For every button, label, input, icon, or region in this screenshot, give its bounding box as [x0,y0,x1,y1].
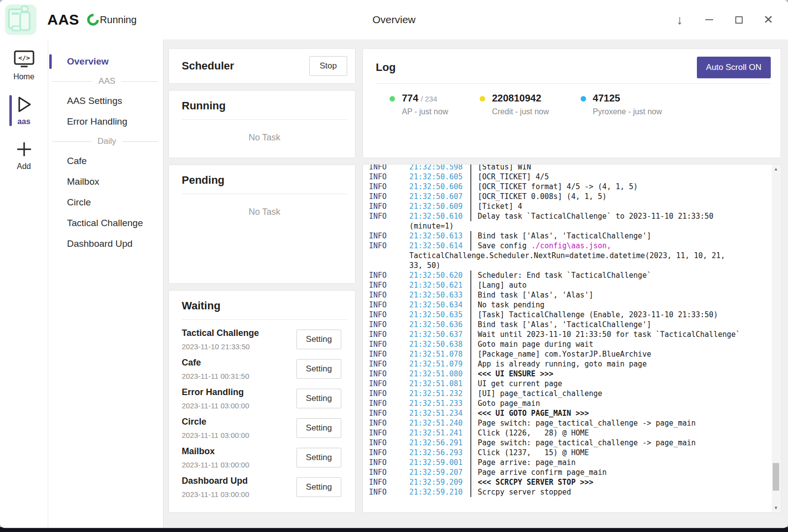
waiting-task-info: Tactical Challenge2023-11-10 21:33:50 [182,328,259,351]
sidebar-item-aas-settings[interactable]: AAS Settings [48,91,163,111]
log-level: INFO [369,320,409,330]
pending-card: Pending No Task [168,165,356,284]
rail-item-aas[interactable]: aas [0,94,48,126]
log-message: Page switch: page_tactical_challenge -> … [470,418,769,428]
sidebar-item-label: Dashboard Upd [67,238,132,249]
log-level: INFO [369,428,409,438]
sidebar-item-circle[interactable]: Circle [48,192,163,213]
log-row: INFO21:32:56.293Click (1237, 15) @ HOME [369,448,769,458]
log-message: Click (1237, 15) @ HOME [470,448,769,458]
waiting-task-row: Cafe2023-11-11 00:31:50Setting [182,354,347,384]
waiting-task-row: Mailbox2023-11-11 03:00:00Setting [182,443,347,472]
task-setting-button[interactable]: Setting [296,448,341,467]
sidebar-item-mailbox[interactable]: Mailbox [48,171,163,192]
task-setting-button[interactable]: Setting [296,477,341,497]
log-level: INFO [369,349,409,359]
stat-suffix: / 234 [421,95,437,103]
sidebar-item-label: Error Handling [67,116,128,127]
log-level: INFO [369,172,409,182]
log-timestamp: 21:32:51.240 [409,418,470,428]
log-text-segment: <<< SCRCPY SERVER STOP >>> [478,478,593,487]
running-title: Running [182,100,347,112]
scroll-down-icon[interactable]: ▼ [772,504,780,512]
svg-text:</>: </> [18,54,30,62]
sidebar-item-label: Cafe [67,156,87,166]
log-timestamp: 21:32:51.078 [409,349,470,359]
log-row: INFO21:32:51.232[UI] page_tactical_chall… [369,389,769,399]
waiting-task-name: Mailbox [182,446,249,457]
log-timestamp: 21:32:59.001 [409,458,470,467]
log-text-segment: Scheduler: End task `TacticalChallenge` [478,271,651,280]
sidebar-item-dashboard-upd[interactable]: Dashboard Upd [48,233,163,254]
stat-value: 220810942 [492,93,549,104]
log-level: INFO [369,270,409,280]
nav-section-divider: Daily [48,132,163,151]
running-spinner-icon [85,11,101,28]
task-setting-button[interactable]: Setting [296,330,341,349]
log-row: INFO21:32:51.080<<< UI ENSURE >>> [369,369,769,379]
log-level: INFO [369,458,409,467]
log-level: INFO [369,310,409,320]
log-timestamp: 21:32:50.633 [409,290,470,300]
log-row: INFO21:32:50.606[OCR_TICKET format] 4/5 … [369,182,769,192]
sidebar-item-label: AAS Settings [67,96,122,106]
log-text-segment: Page switch: page_tactical_challenge -> … [478,438,696,447]
log-row: INFO21:32:59.207Page arrive confirm page… [369,467,769,477]
log-message-continuation: TacticalChallenge.Scheduler.NextRun=date… [409,251,769,261]
sidebar-item-error-handling[interactable]: Error Handling [48,111,163,132]
log-text-segment: Goto main page during wait [478,340,593,349]
log-message: Delay task `TacticalChallenge` to 2023-1… [470,211,769,221]
log-card: Log Auto Scroll ON 774/ 234AP - just now… [362,48,781,158]
log-timestamp: 21:32:59.207 [409,467,470,477]
log-level: INFO [369,192,409,201]
sidebar-item-cafe[interactable]: Cafe [48,151,163,171]
task-setting-button[interactable]: Setting [296,418,341,438]
rail-item-label: Home [13,72,34,81]
log-text-segment: [Ticket] 4 [478,202,522,211]
active-indicator [49,54,52,69]
log-message: Save config ./config\aas.json, [470,241,769,251]
log-text-segment: [Task] TacticalChallenge (Enable, 2023-1… [478,310,718,319]
minimize-button[interactable] [703,14,715,26]
task-setting-button[interactable]: Setting [296,389,341,408]
log-scrollbar[interactable]: ▲ ▼ [772,165,780,512]
sidebar-item-tactical-challenge[interactable]: Tactical Challenge [48,213,163,233]
log-message: [Status] WIN [470,164,769,172]
stat-dot-icon [581,96,586,101]
log-level: INFO [369,164,409,172]
stat-body: 220810942Credit - just now [492,93,549,116]
task-setting-button[interactable]: Setting [296,359,341,379]
log-level: INFO [369,330,409,339]
log-timestamp: 21:32:50.607 [409,192,470,201]
nav-section-label: AAS [93,76,121,86]
divider [182,119,347,120]
auto-scroll-toggle-button[interactable]: Auto Scroll ON [697,57,771,78]
log-row: INFO21:32:50.621[Lang] auto [369,280,769,290]
sidebar-item-overview[interactable]: Overview [48,51,163,72]
maximize-button[interactable] [733,14,745,26]
log-level: INFO [369,408,409,418]
sidebar-item-label: Tactical Challenge [67,218,143,229]
scheduler-stop-button[interactable]: Stop [309,56,347,76]
minimize-to-tray-button[interactable]: ↓ [674,14,686,26]
waiting-task-row: Tactical Challenge2023-11-10 21:33:50Set… [182,325,347,354]
log-row: INFO21:32:50.633Bind task ['Alas', 'Alas… [369,290,769,300]
log-row: INFO21:32:51.234<<< UI GOTO PAGE_MAIN >>… [369,408,769,418]
log-row: INFO21:32:50.605[OCR_TICKET] 4/5 [369,172,769,182]
scroll-up-icon[interactable]: ▲ [772,165,780,173]
close-button[interactable]: ✕ [762,14,774,26]
scrollbar-thumb[interactable] [773,463,779,491]
log-message: App is already running, goto main page [470,359,769,369]
rail-item-add[interactable]: Add [0,139,48,171]
waiting-task-next-run: 2023-11-10 21:33:50 [182,342,259,351]
stat-body: 47125Pyroxene - just now [593,93,662,116]
log-row: INFO21:32:50.637Wait until 2023-11-10 21… [369,330,769,339]
rail-item-home[interactable]: </>Home [0,49,48,81]
waiting-task-name: Cafe [182,358,249,368]
log-text-segment: [UI] page_tactical_challenge [478,389,602,398]
log-message: Page arrive confirm page_main [470,467,769,477]
log-message: [UI] page_tactical_challenge [470,389,769,399]
log-row: INFO21:32:50.610Delay task `TacticalChal… [369,211,769,221]
log-level: INFO [369,399,409,408]
waiting-title: Waiting [182,299,347,312]
